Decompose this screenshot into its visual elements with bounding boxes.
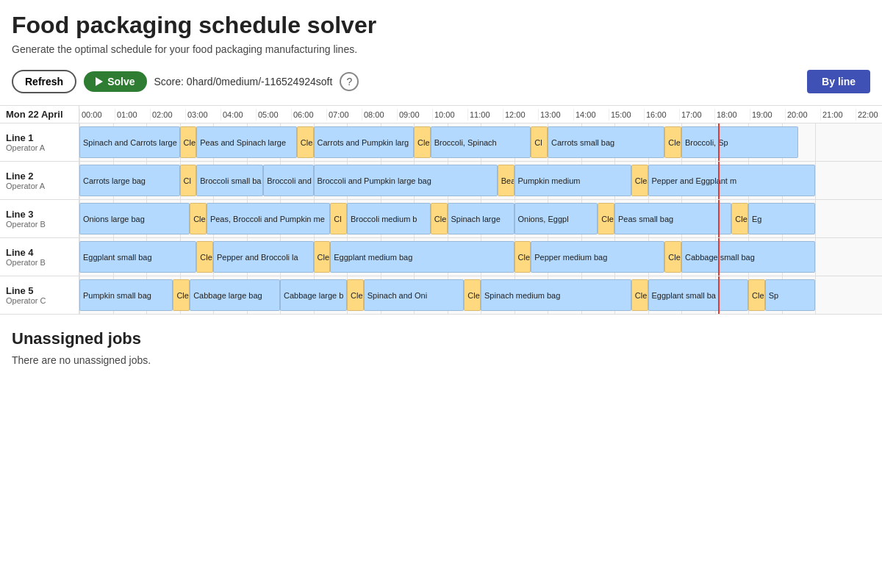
current-time-line (718, 276, 720, 314)
job-block[interactable]: Pepper and Eggplant m (648, 165, 816, 196)
play-icon (96, 77, 103, 86)
time-label: 04:00 (220, 109, 256, 121)
time-label: 17:00 (679, 109, 714, 121)
clean-block[interactable]: Clea (297, 126, 314, 158)
job-block[interactable]: Sp (765, 279, 815, 311)
job-block[interactable]: Broccoli, Spinach (431, 126, 531, 158)
job-block[interactable]: Carrots large bag (79, 165, 180, 196)
line-operator: Operator A (6, 182, 73, 190)
gantt-row: Line 1Operator ASpinach and Carrots larg… (0, 123, 882, 162)
time-label: 09:00 (397, 109, 432, 121)
gantt-row: Line 4Operator BEggplant small bagClePep… (0, 238, 882, 276)
job-block[interactable]: Pumpkin medium (514, 165, 631, 196)
gantt-track-0: Spinach and Carrots large baCleaPeas and… (79, 123, 882, 161)
time-label: 15:00 (609, 109, 644, 121)
clean-block[interactable]: Clea (664, 126, 681, 158)
line-label-4: Line 5Operator C (0, 276, 79, 314)
clean-block[interactable]: Cle (464, 279, 481, 311)
clean-block[interactable]: Cle (431, 203, 448, 234)
job-block[interactable]: Carrots small bag (548, 126, 664, 158)
current-time-line (718, 238, 720, 276)
gantt-row: Line 3Operator BOnions large bagClePeas,… (0, 200, 882, 238)
job-block[interactable]: Onions large bag (79, 203, 190, 234)
job-block[interactable]: Pepper and Broccoli la (213, 241, 314, 273)
job-block[interactable]: Spinach medium bag (481, 279, 631, 311)
time-label: 10:00 (432, 109, 467, 121)
clean-block[interactable]: Cle (347, 279, 364, 311)
clean-block[interactable]: Clea (731, 203, 748, 234)
clean-block[interactable]: Cle (631, 279, 648, 311)
time-label: 00:00 (79, 109, 115, 121)
line-name: Line 1 (6, 132, 73, 143)
clean-block[interactable]: Clea (748, 279, 765, 311)
clean-block[interactable]: Cl (180, 165, 197, 196)
job-block[interactable]: Cabbage small bag (681, 241, 815, 273)
job-block[interactable]: Broccoli small ba (196, 165, 263, 196)
date-label: Mon 22 April (0, 106, 79, 123)
job-block[interactable]: Peas small bag (614, 203, 731, 234)
unassigned-text: There are no unassigned jobs. (12, 354, 870, 366)
clean-block[interactable]: Clea (414, 126, 431, 158)
grid-line (815, 123, 816, 161)
grid-line (815, 200, 816, 237)
line-name: Line 4 (6, 247, 73, 258)
help-button[interactable]: ? (340, 72, 359, 91)
job-block[interactable]: Spinach and Carrots large ba (79, 126, 180, 158)
clean-block[interactable]: Cle (196, 241, 213, 273)
clean-block[interactable]: Clean (664, 241, 681, 273)
job-block[interactable]: Carrots and Pumpkin larg (314, 126, 415, 158)
gantt-row: Line 5Operator CPumpkin small bagCleCabb… (0, 276, 882, 315)
job-block[interactable]: Onions, Eggpl (514, 203, 598, 234)
refresh-button[interactable]: Refresh (12, 70, 76, 93)
job-block[interactable]: Eg (748, 203, 815, 234)
time-label: 13:00 (538, 109, 573, 121)
grid-line (815, 238, 816, 276)
job-block[interactable]: Pumpkin small bag (79, 279, 173, 311)
solve-button[interactable]: Solve (84, 71, 146, 92)
job-block[interactable]: Eggplant small bag (79, 241, 196, 273)
job-block[interactable]: Cabbage large b (280, 279, 347, 311)
job-block[interactable]: Eggplant medium bag (330, 241, 514, 273)
job-block[interactable]: Cabbage large bag (190, 279, 280, 311)
gantt-track-1: Carrots large bagClBroccoli small baBroc… (79, 162, 882, 199)
gantt-row: Line 2Operator ACarrots large bagClBrocc… (0, 162, 882, 200)
clean-block[interactable]: Clea (631, 165, 648, 196)
current-time-line (718, 162, 720, 199)
clean-block[interactable]: Clea (314, 241, 331, 273)
time-label: 05:00 (256, 109, 291, 121)
solve-label: Solve (107, 76, 135, 87)
unassigned-section: Unassigned jobs There are no unassigned … (0, 315, 882, 381)
gantt-track-3: Eggplant small bagClePepper and Broccoli… (79, 238, 882, 276)
job-block[interactable]: Peas, Broccoli and Pumpkin me (207, 203, 330, 234)
clean-block[interactable]: Clea (180, 126, 197, 158)
clean-block[interactable]: Cle (190, 203, 207, 234)
job-block[interactable]: Peas and Spinach large (196, 126, 297, 158)
clean-block[interactable]: Cl (531, 126, 548, 158)
unassigned-title: Unassigned jobs (12, 329, 870, 348)
line-name: Line 2 (6, 171, 73, 182)
job-block[interactable]: Pepper medium bag (531, 241, 664, 273)
job-block[interactable]: Broccoli and P (263, 165, 313, 196)
score-display: Score: 0hard/0medium/-116524924soft (154, 76, 333, 87)
page-title: Food packaging schedule solver (12, 12, 870, 39)
time-label: 16:00 (644, 109, 679, 121)
line-name: Line 3 (6, 209, 73, 220)
job-block[interactable]: Broccoli and Pumpkin large bag (314, 165, 498, 196)
by-line-button[interactable]: By line (807, 70, 870, 93)
time-label: 21:00 (820, 109, 856, 121)
time-label: 19:00 (750, 109, 785, 121)
time-label: 12:00 (503, 109, 538, 121)
clean-block[interactable]: Cl (330, 203, 347, 234)
clean-block[interactable]: Bea (498, 165, 514, 196)
job-block[interactable]: Spinach large (448, 203, 514, 234)
gantt-track-4: Pumpkin small bagCleCabbage large bagCab… (79, 276, 882, 314)
line-operator: Operator C (6, 296, 73, 305)
clean-block[interactable]: Clean (514, 241, 531, 273)
job-block[interactable]: Broccoli medium b (347, 203, 431, 234)
clean-block[interactable]: Cle (598, 203, 614, 234)
clean-block[interactable]: Cle (173, 279, 190, 311)
job-block[interactable]: Spinach and Oni (364, 279, 465, 311)
job-block[interactable]: Eggplant small ba (648, 279, 749, 311)
job-block[interactable]: Broccoli, Sp (681, 126, 798, 158)
grid-line (815, 162, 816, 199)
